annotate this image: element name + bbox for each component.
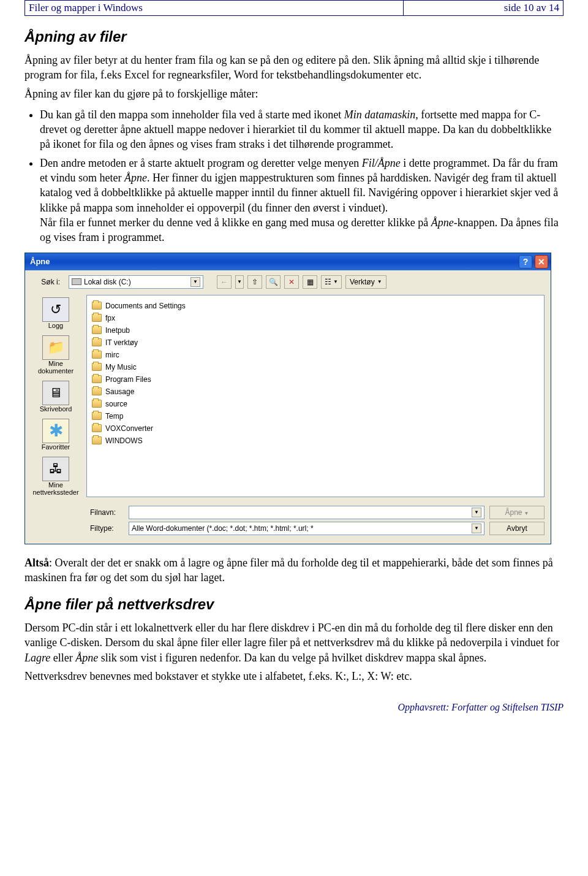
chevron-down-icon: ▼ — [472, 508, 481, 517]
open-dialog: Åpne ? ✕ Søk i: Lokal disk (C:) ▼ ← ▼ ⇧ … — [24, 253, 551, 544]
page-footer: Opphavsrett: Forfatter og Stiftelsen TIS… — [24, 702, 564, 713]
place-desktop[interactable]: 🖥 Skrivebord — [29, 381, 83, 413]
place-mydocs[interactable]: 📁 Mine dokumenter — [29, 335, 83, 375]
desktop-icon: 🖥 — [42, 381, 69, 405]
chevron-down-icon: ▼ — [472, 524, 481, 533]
list-item[interactable]: Inetpub — [92, 325, 539, 336]
header-left: Filer og mapper i Windows — [25, 1, 404, 15]
folder-icon — [92, 326, 102, 334]
folder-icon — [92, 400, 102, 408]
list-item[interactable]: IT verktøy — [92, 337, 539, 348]
section-title-opening-files: Åpning av filer — [24, 28, 564, 45]
dialog-title: Åpne — [30, 257, 50, 266]
paragraph-methods: Åpning av filer kan du gjøre på to forsk… — [24, 86, 564, 101]
section-title-network-drives: Åpne filer på nettverksdrev — [24, 596, 564, 613]
search-web-button[interactable]: 🔍 — [266, 275, 281, 289]
list-item[interactable]: Temp — [92, 411, 539, 422]
folder-icon — [92, 363, 102, 371]
list-item[interactable]: Documents and Settings — [92, 300, 539, 311]
list-item[interactable]: mirc — [92, 349, 539, 360]
list-item[interactable]: source — [92, 398, 539, 409]
paragraph-network: Dersom PC-din står i ett lokalnettverk e… — [24, 620, 564, 665]
paragraph-drive-letters: Nettverksdrev benevnes med bokstaver et … — [24, 669, 564, 684]
chevron-down-icon: ▼ — [190, 277, 200, 287]
folder-icon — [92, 424, 102, 432]
open-button[interactable]: Åpne▼ — [489, 506, 545, 519]
folder-icon — [92, 375, 102, 383]
list-item[interactable]: Program Files — [92, 374, 539, 385]
place-favorites[interactable]: ✱ Favoritter — [29, 419, 83, 451]
methods-list: Du kan gå til den mappa som inneholder f… — [40, 107, 564, 245]
list-item[interactable]: My Music — [92, 362, 539, 373]
filetype-dropdown[interactable]: Alle Word-dokumenter (*.doc; *.dot; *.ht… — [129, 522, 484, 535]
help-button[interactable]: ? — [519, 255, 532, 269]
star-icon: ✱ — [42, 419, 69, 443]
cancel-button[interactable]: Avbryt — [489, 522, 545, 535]
searchin-value: Lokal disk (C:) — [84, 278, 131, 286]
searchin-label: Søk i: — [31, 278, 65, 286]
folder-icon: 📁 — [42, 335, 69, 360]
file-list-pane[interactable]: Documents and Settings fpx Inetpub IT ve… — [86, 295, 545, 497]
folder-icon — [92, 302, 102, 310]
folder-icon — [92, 412, 102, 420]
dialog-titlebar[interactable]: Åpne ? ✕ — [25, 253, 551, 270]
folder-icon — [92, 387, 102, 395]
folder-icon — [92, 351, 102, 359]
filename-label: Filnavn: — [90, 508, 124, 517]
up-button[interactable]: ⇧ — [247, 275, 262, 289]
filetype-label: Filtype: — [90, 524, 124, 533]
history-icon: ↺ — [42, 297, 69, 322]
page-header: Filer og mapper i Windows side 10 av 14 — [24, 0, 564, 16]
filename-input[interactable]: ▼ — [129, 506, 484, 519]
new-folder-button[interactable]: ▦ — [303, 275, 317, 289]
back-button[interactable]: ← — [217, 275, 232, 289]
searchin-dropdown[interactable]: Lokal disk (C:) ▼ — [69, 275, 203, 289]
folder-icon — [92, 314, 102, 322]
back-dropdown[interactable]: ▼ — [235, 275, 244, 289]
network-icon: 🖧 — [42, 457, 69, 481]
header-page-number: side 10 av 14 — [404, 1, 563, 15]
dialog-toolbar: Søk i: Lokal disk (C:) ▼ ← ▼ ⇧ 🔍 ✕ ▦ ☷▼ … — [25, 270, 551, 295]
list-item: Den andre metoden er å starte aktuelt pr… — [40, 156, 564, 245]
disk-icon — [72, 278, 81, 285]
list-item[interactable]: WINDOWS — [92, 435, 539, 446]
places-bar: ↺ Logg 📁 Mine dokumenter 🖥 Skrivebord ✱ … — [25, 295, 86, 501]
paragraph-summary: Altså: Overalt der det er snakk om å lag… — [24, 555, 564, 585]
list-item[interactable]: VOXConverter — [92, 423, 539, 434]
list-item: Du kan gå til den mappa som inneholder f… — [40, 107, 564, 152]
close-button[interactable]: ✕ — [535, 255, 548, 269]
place-history[interactable]: ↺ Logg — [29, 297, 83, 329]
list-item[interactable]: Sausage — [92, 386, 539, 397]
list-item[interactable]: fpx — [92, 313, 539, 324]
delete-button[interactable]: ✕ — [284, 275, 299, 289]
folder-icon — [92, 338, 102, 346]
views-button[interactable]: ☷▼ — [321, 275, 342, 289]
folder-icon — [92, 436, 102, 444]
paragraph-intro: Åpning av filer betyr at du henter fram … — [24, 53, 564, 83]
place-network[interactable]: 🖧 Mine nettverkssteder — [29, 457, 83, 496]
tools-menu[interactable]: Verktøy▼ — [345, 275, 386, 289]
